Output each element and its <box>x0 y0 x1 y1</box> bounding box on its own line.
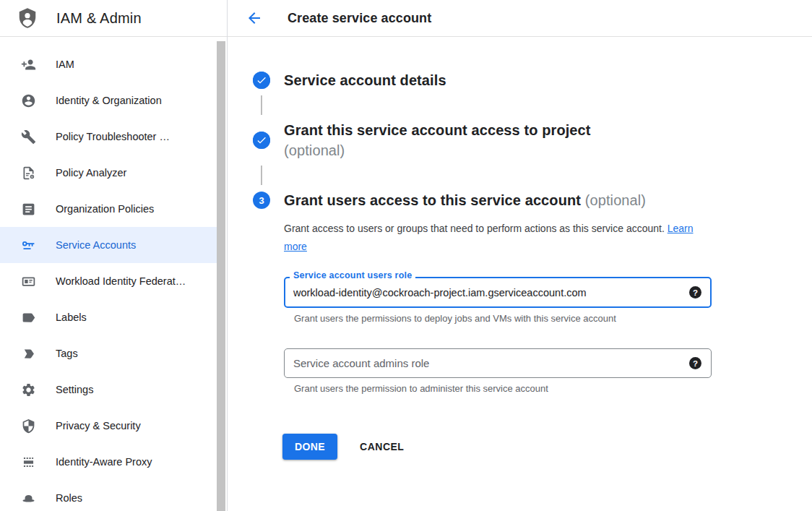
sidebar-item-iam[interactable]: IAM <box>0 46 217 82</box>
sidebar-scrollbar-track[interactable] <box>217 37 226 511</box>
step-2-row: Grant this service account access to pro… <box>253 120 812 160</box>
step-1-complete-check-icon <box>253 72 270 89</box>
sidebar-item-policy-analyzer[interactable]: Policy Analyzer <box>0 155 217 191</box>
badge-card-icon <box>21 273 37 289</box>
sidebar-item-label: Roles <box>56 492 82 504</box>
back-arrow-icon[interactable] <box>246 9 263 27</box>
users-role-input-box: ? <box>284 277 712 308</box>
step-3-body: Grant access to users or groups that nee… <box>284 220 712 460</box>
step-3-description: Grant access to users or groups that nee… <box>284 220 700 256</box>
sidebar-item-label: Tags <box>56 348 78 359</box>
step-3-row: 3 Grant users access to this service acc… <box>253 190 812 210</box>
page-header: Create service account <box>228 0 812 37</box>
product-header: IAM & Admin <box>0 0 227 37</box>
iam-create-service-account-page: IAM & Admin IAMIdentity & OrganizationPo… <box>0 0 812 511</box>
label-tag-icon <box>21 309 37 325</box>
sidebar-item-label: Labels <box>56 312 87 323</box>
done-button[interactable]: DONE <box>282 434 337 460</box>
gear-icon <box>21 382 37 398</box>
users-role-input[interactable] <box>293 287 689 299</box>
step-3-title: Grant users access to this service accou… <box>284 190 646 210</box>
sidebar-item-workload-identity-federat[interactable]: Workload Identity Federat… <box>0 263 217 299</box>
label-important-icon <box>21 345 37 361</box>
sidebar-panel: IAM & Admin IAMIdentity & OrganizationPo… <box>0 0 228 511</box>
person-add-icon <box>21 56 37 72</box>
step-3-number-badge: 3 <box>253 192 270 209</box>
step-3-optional-label: (optional) <box>585 192 646 208</box>
wrench-icon <box>21 129 37 145</box>
admins-role-field: ? Grant users the permission to administ… <box>284 348 712 394</box>
sidebar-item-service-accounts[interactable]: Service Accounts <box>0 227 217 263</box>
sidebar-item-labels[interactable]: Labels <box>0 299 217 335</box>
step-2-optional-label: (optional) <box>284 140 591 160</box>
sidebar-item-label: Identity & Organization <box>56 95 162 106</box>
users-role-label: Service account users role <box>290 270 415 280</box>
iam-shield-logo-icon <box>16 7 39 30</box>
sidebar-item-label: Identity-Aware Proxy <box>56 456 152 468</box>
step-connector <box>261 95 262 115</box>
sidebar-item-tags[interactable]: Tags <box>0 335 217 372</box>
sidebar-item-label: Workload Identity Federat… <box>56 275 186 287</box>
admins-role-input-box: ? <box>284 348 712 378</box>
sidebar-item-label: Policy Analyzer <box>56 167 126 179</box>
sidebar-item-label: Privacy & Security <box>56 420 141 431</box>
wizard-content: Service account details Grant this servi… <box>228 37 812 511</box>
sidebar-scrollbar-thumb[interactable] <box>217 41 225 511</box>
cancel-button[interactable]: CANCEL <box>360 441 404 452</box>
step-connector <box>261 166 262 185</box>
step-2-title: Grant this service account access to pro… <box>284 120 591 160</box>
users-role-helper-text: Grant users the permissions to deploy jo… <box>294 313 712 324</box>
shield-icon <box>21 418 37 434</box>
sidebar-item-label: Service Accounts <box>56 239 136 251</box>
sidebar-item-label: Policy Troubleshooter … <box>56 131 170 142</box>
sidebar-item-privacy-security[interactable]: Privacy & Security <box>0 408 217 444</box>
article-icon <box>21 201 37 217</box>
wizard-actions: DONE CANCEL <box>282 434 712 460</box>
main-panel: Create service account Service account d… <box>228 0 812 511</box>
proxy-frame-icon <box>21 454 37 470</box>
hat-icon <box>21 490 37 506</box>
sidebar-item-label: Settings <box>56 384 93 395</box>
sidebar-item-label: Organization Policies <box>56 203 154 215</box>
admins-role-helper-text: Grant users the permission to administer… <box>294 383 712 394</box>
sidebar-item-organization-policies[interactable]: Organization Policies <box>0 191 217 227</box>
step-2-complete-check-icon <box>253 132 270 149</box>
step-1-row: Service account details <box>253 70 812 90</box>
service-account-icon <box>21 237 37 253</box>
product-title: IAM & Admin <box>56 10 142 27</box>
users-role-field: Service account users role ? Grant users… <box>284 277 712 324</box>
sidebar-item-label: IAM <box>56 59 74 70</box>
sidebar-item-roles[interactable]: Roles <box>0 480 217 511</box>
policy-analyzer-icon <box>21 165 37 181</box>
step-1-title: Service account details <box>284 70 446 90</box>
sidebar-item-settings[interactable]: Settings <box>0 372 217 408</box>
admins-role-input[interactable] <box>293 358 689 369</box>
users-role-help-icon[interactable]: ? <box>689 286 701 299</box>
sidebar-item-identity-aware-proxy[interactable]: Identity-Aware Proxy <box>0 444 217 480</box>
sidebar-nav: IAMIdentity & OrganizationPolicy Trouble… <box>0 37 227 511</box>
sidebar-item-identity-organization[interactable]: Identity & Organization <box>0 82 217 119</box>
sidebar-item-policy-troubleshooter[interactable]: Policy Troubleshooter … <box>0 119 217 155</box>
admins-role-help-icon[interactable]: ? <box>689 357 701 369</box>
account-circle-icon <box>21 93 37 108</box>
page-title: Create service account <box>288 11 431 26</box>
